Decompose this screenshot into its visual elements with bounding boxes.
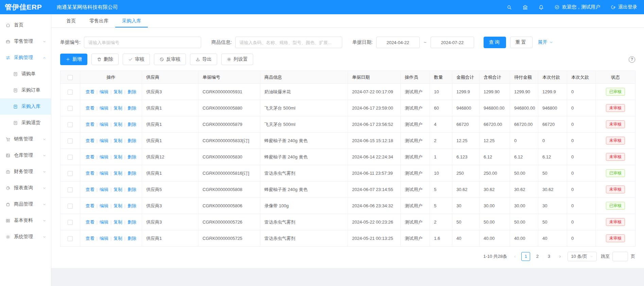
action-copy-link[interactable]: 复制 (114, 122, 122, 127)
doc-icon (13, 104, 18, 109)
date-to-input[interactable] (431, 37, 474, 48)
action-view-link[interactable]: 查看 (86, 203, 94, 208)
export-button[interactable]: 导出 (190, 54, 217, 65)
row-checkbox[interactable] (68, 90, 73, 95)
action-copy-link[interactable]: 复制 (114, 138, 122, 143)
sidebar-item-10[interactable]: 报表查询 (0, 180, 51, 196)
button-label: 删除 (104, 56, 113, 62)
user-welcome[interactable]: 欢迎您，测试用户 (554, 4, 600, 10)
row-checkbox[interactable] (68, 187, 73, 192)
sidebar-item-4[interactable]: 采购订单 (0, 82, 51, 98)
action-delete-link[interactable]: 删除 (127, 203, 136, 208)
reset-button[interactable]: 重置 (510, 37, 533, 48)
row-checkbox[interactable] (68, 106, 73, 111)
row-checkbox[interactable] (68, 155, 73, 160)
action-delete-link[interactable]: 删除 (127, 138, 136, 143)
sidebar-item-8[interactable]: 仓库管理 (0, 147, 51, 164)
sidebar-item-12[interactable]: 基本资料 (0, 212, 51, 229)
sidebar-item-2[interactable]: 采购管理 (0, 50, 51, 66)
action-copy-link[interactable]: 复制 (114, 203, 122, 208)
delete-button[interactable]: 删除 (91, 54, 119, 65)
action-view-link[interactable]: 查看 (86, 138, 94, 143)
tab-1[interactable]: 零售出库 (83, 14, 115, 27)
sidebar-item-5[interactable]: 采购入库 (0, 98, 51, 115)
check-icon (128, 57, 133, 62)
action-copy-link[interactable]: 复制 (114, 187, 122, 192)
header-checkbox-cell (60, 71, 80, 84)
action-delete-link[interactable]: 删除 (127, 106, 136, 111)
bank-icon[interactable] (522, 4, 528, 10)
action-edit-link[interactable]: 编辑 (100, 106, 108, 111)
action-delete-link[interactable]: 删除 (127, 236, 136, 241)
action-view-link[interactable]: 查看 (86, 89, 94, 94)
sidebar-item-3[interactable]: 请购单 (0, 66, 51, 82)
action-view-link[interactable]: 查看 (86, 122, 94, 127)
action-copy-link[interactable]: 复制 (114, 171, 122, 176)
sidebar-item-9[interactable]: 财务管理 (0, 164, 51, 180)
select-all-checkbox[interactable] (68, 75, 73, 80)
jump-page-input[interactable] (612, 252, 628, 261)
date-from-input[interactable] (376, 37, 420, 48)
action-view-link[interactable]: 查看 (86, 154, 94, 159)
column-settings-button[interactable]: 列设置 (221, 54, 253, 65)
action-copy-link[interactable]: 复制 (114, 89, 122, 94)
action-edit-link[interactable]: 编辑 (100, 89, 108, 94)
action-edit-link[interactable]: 编辑 (100, 236, 108, 241)
action-edit-link[interactable]: 编辑 (100, 203, 108, 208)
row-checkbox[interactable] (68, 236, 73, 241)
product-info-input[interactable] (235, 37, 342, 48)
action-delete-link[interactable]: 删除 (127, 171, 136, 176)
action-view-link[interactable]: 查看 (86, 187, 94, 192)
unaudit-button[interactable]: 反审核 (154, 54, 186, 65)
doc-no-input[interactable] (84, 37, 201, 48)
action-edit-link[interactable]: 编辑 (100, 138, 108, 143)
add-button[interactable]: 新增 (60, 54, 87, 65)
row-checkbox[interactable] (68, 138, 73, 144)
help-icon[interactable]: ? (629, 56, 635, 63)
action-delete-link[interactable]: 删除 (127, 89, 136, 94)
action-delete-link[interactable]: 删除 (127, 187, 136, 192)
action-separator: | (110, 155, 111, 159)
sidebar-item-1[interactable]: 零售管理 (0, 33, 51, 50)
row-checkbox[interactable] (68, 171, 73, 176)
action-copy-link[interactable]: 复制 (114, 220, 122, 225)
action-delete-link[interactable]: 删除 (127, 154, 136, 159)
next-page-button[interactable] (556, 253, 563, 260)
tab-0[interactable]: 首页 (59, 14, 83, 27)
prev-page-button[interactable] (511, 253, 519, 260)
status-badge: 未审核 (606, 186, 625, 193)
page-number-button[interactable]: 2 (533, 252, 542, 261)
action-view-link[interactable]: 查看 (86, 220, 94, 225)
audit-button[interactable]: 审核 (123, 54, 150, 65)
action-edit-link[interactable]: 编辑 (100, 220, 108, 225)
action-edit-link[interactable]: 编辑 (100, 122, 108, 127)
bell-icon[interactable] (538, 4, 544, 10)
sidebar-item-6[interactable]: 采购退货 (0, 115, 51, 131)
action-copy-link[interactable]: 复制 (114, 154, 122, 159)
logout-button[interactable]: 退出登录 (610, 4, 637, 10)
action-delete-link[interactable]: 删除 (127, 122, 136, 127)
action-delete-link[interactable]: 删除 (127, 220, 136, 225)
page-size-select[interactable]: 10 条/页 (568, 252, 597, 261)
row-checkbox[interactable] (68, 204, 73, 209)
tab-2[interactable]: 采购入库 (115, 14, 148, 27)
search-icon[interactable] (506, 4, 512, 10)
sidebar-item-11[interactable]: 商品管理 (0, 196, 51, 212)
action-edit-link[interactable]: 编辑 (100, 154, 108, 159)
page-number-button[interactable]: 1 (521, 252, 530, 261)
action-view-link[interactable]: 查看 (86, 106, 94, 111)
action-edit-link[interactable]: 编辑 (100, 187, 108, 192)
sidebar-item-0[interactable]: 首页 (0, 17, 51, 33)
sidebar-item-13[interactable]: 系统管理 (0, 229, 51, 245)
action-view-link[interactable]: 查看 (86, 236, 94, 241)
page-number-button[interactable]: 3 (544, 252, 553, 261)
action-copy-link[interactable]: 复制 (114, 106, 122, 111)
sidebar-item-7[interactable]: 销售管理 (0, 131, 51, 147)
row-checkbox[interactable] (68, 122, 73, 127)
action-view-link[interactable]: 查看 (86, 171, 94, 176)
row-checkbox[interactable] (68, 220, 73, 225)
expand-toggle[interactable]: 展开 (538, 39, 553, 45)
search-button[interactable]: 查询 (484, 37, 506, 48)
action-copy-link[interactable]: 复制 (114, 236, 122, 241)
action-edit-link[interactable]: 编辑 (100, 171, 108, 176)
